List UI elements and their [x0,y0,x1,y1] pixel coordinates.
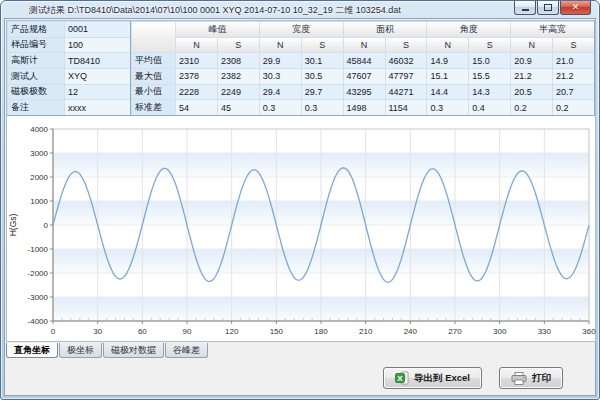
stats-cell: 0.3 [301,99,343,115]
window-title: 测试结果 D:\TD8410\Data\2014\07\10\100 0001 … [29,4,401,17]
x-tick-label: 360 [582,327,596,336]
stats-cell: 29.7 [301,84,343,100]
stats-cell: 2308 [217,52,259,68]
info-value: XYQ [64,68,130,84]
maximize-icon [544,4,552,11]
stats-cell: 20.9 [510,52,552,68]
info-value: 100 [64,37,130,53]
stats-cell: 43295 [343,84,385,100]
stats-sub-header: S [552,37,594,53]
tab-polar[interactable]: 极坐标 [59,343,102,358]
y-tick-label: -1000 [28,245,49,254]
stats-cell: 2228 [175,84,217,100]
maximize-button[interactable] [537,1,559,15]
stats-cell: 21.2 [510,68,552,84]
stats-cell: 20.7 [552,84,594,100]
stats-cell: 29.9 [259,52,301,68]
chart-svg: 0306090120150180210240270300330360400030… [7,116,596,342]
stats-cell: 1154 [385,99,427,115]
x-tick-label: 300 [493,327,507,336]
stats-cell: 14.9 [426,52,468,68]
waveform-chart: 0306090120150180210240270300330360400030… [7,116,596,342]
export-excel-label: 导出到 Excel [414,372,470,385]
close-button[interactable]: ✕ [560,1,591,15]
excel-icon: X [395,371,409,385]
stats-cell: 46032 [385,52,427,68]
y-tick-label: 3000 [30,149,48,158]
stats-cell: 0.3 [426,99,468,115]
svg-text:X: X [397,374,403,383]
stats-row-label: 最小值 [131,84,175,100]
export-excel-button[interactable]: X 导出到 Excel [383,367,482,389]
x-tick-label: 0 [51,327,56,336]
info-value: 0001 [64,21,130,37]
stats-group-header: 宽度 [259,21,343,37]
stats-group-header: 角度 [426,21,510,37]
x-tick-label: 210 [359,327,373,336]
y-tick-label: 0 [44,221,49,230]
tab-bar: 直角坐标 极坐标 磁极对数据 谷峰差 [6,343,209,358]
stats-group-header: 峰值 [175,21,259,37]
x-tick-label: 60 [138,327,147,336]
y-tick-label: -2000 [28,269,49,278]
info-label: 测试人 [7,68,64,84]
stats-cell: 45844 [343,52,385,68]
y-tick-label: 4000 [30,125,48,134]
title-bar[interactable]: 测试结果 D:\TD8410\Data\2014\07\10\100 0001 … [1,1,599,18]
stats-row-label: 平均值 [131,52,175,68]
y-tick-label: -3000 [28,293,49,302]
y-axis-label: H(Gs) [8,214,18,237]
stats-cell: 44271 [385,84,427,100]
minimize-button[interactable] [514,1,536,15]
stats-cell: 0.2 [510,99,552,115]
close-icon: ✕ [572,3,580,12]
stats-cell: 21.0 [552,52,594,68]
stats-cell: 1498 [343,99,385,115]
results-panel: 产品规格0001样品编号100高斯计TD8410测试人XYQ磁极极数12备注xx… [6,20,596,342]
stats-cell: 0.3 [259,99,301,115]
y-tick-label: -4000 [28,317,49,326]
tab-cartesian[interactable]: 直角坐标 [6,343,58,358]
stats-cell: 47797 [385,68,427,84]
stats-sub-header: N [175,37,217,53]
x-tick-label: 330 [538,327,552,336]
y-tick-label: 1000 [30,197,48,206]
stats-cell: 2249 [217,84,259,100]
stats-table: 峰值宽度面积角度半高宽NSNSNSNSNS平均值2310230829.930.1… [131,21,595,116]
stats-sub-header: N [426,37,468,53]
stats-cell: 29.4 [259,84,301,100]
button-bar: X 导出到 Excel 打印 [383,367,563,389]
stats-sub-header: N [259,37,301,53]
info-label: 样品编号 [7,37,64,53]
stats-sub-header: N [510,37,552,53]
stats-cell: 45 [217,99,259,115]
window-controls: ✕ [513,1,591,15]
stats-cell: 47607 [343,68,385,84]
stats-cell: 20.5 [510,84,552,100]
tab-valley-peak-diff[interactable]: 谷峰差 [165,343,208,358]
print-label: 打印 [532,372,551,385]
tab-pole-pair-data[interactable]: 磁极对数据 [103,343,164,358]
stats-corner [131,21,175,52]
x-tick-label: 90 [183,327,192,336]
info-label: 产品规格 [7,21,64,37]
stats-sub-header: S [217,37,259,53]
client-area: 产品规格0001样品编号100高斯计TD8410测试人XYQ磁极极数12备注xx… [4,18,596,396]
stats-cell: 0.4 [468,99,510,115]
stats-cell: 30.5 [301,68,343,84]
app-window: 测试结果 D:\TD8410\Data\2014\07\10\100 0001 … [0,0,600,400]
stats-cell: 14.4 [426,84,468,100]
stats-cell: 21.2 [552,68,594,84]
stats-cell: 15.5 [468,68,510,84]
stats-cell: 54 [175,99,217,115]
stats-sub-header: S [385,37,427,53]
print-button[interactable]: 打印 [499,367,563,389]
stats-group-header: 面积 [343,21,427,37]
stats-cell: 0.2 [552,99,594,115]
stats-cell: 2310 [175,52,217,68]
info-value: xxxx [64,99,130,115]
stats-cell: 30.1 [301,52,343,68]
info-table: 产品规格0001样品编号100高斯计TD8410测试人XYQ磁极极数12备注xx… [7,21,131,116]
stats-cell: 30.3 [259,68,301,84]
y-tick-label: 2000 [30,173,48,182]
